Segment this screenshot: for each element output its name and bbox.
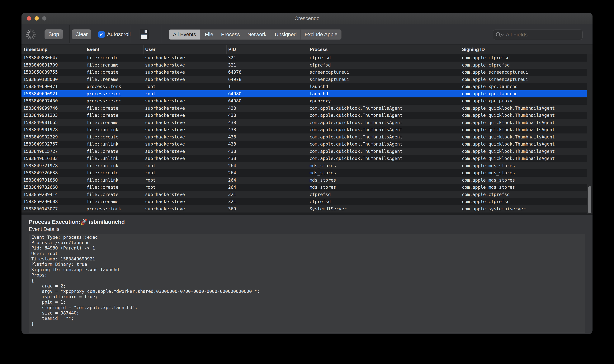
toolbar-separator xyxy=(161,25,161,43)
cell-pid: 64980 xyxy=(227,97,308,105)
cell-pid: 369 xyxy=(227,205,308,213)
cell-signing-id: com.apple.cfprefsd xyxy=(460,54,592,62)
cell-pid: 64978 xyxy=(227,69,308,76)
autoscroll-checkbox[interactable]: ✓ xyxy=(98,31,105,38)
cell-pid: 321 xyxy=(227,198,308,205)
cell-process: cfprefsd xyxy=(308,191,460,198)
segment-unsigned[interactable]: Unsigned xyxy=(271,29,301,39)
autoscroll-label[interactable]: Autoscroll xyxy=(107,29,131,39)
toolbar-separator xyxy=(69,25,70,43)
cell-user: suprhackersteve xyxy=(143,54,227,62)
table-row[interactable]: 1583849901203file::createsuprhackersteve… xyxy=(22,112,592,119)
table-row[interactable]: 1583849697450process::execsuprhackerstev… xyxy=(22,97,592,105)
column-header-event[interactable]: Event xyxy=(85,45,143,54)
table-row[interactable]: 1583849615727file::createsuprhackersteve… xyxy=(22,148,592,155)
segment-process[interactable]: Process xyxy=(218,29,243,39)
table-row[interactable]: 1583850143077process::forksuprhackerstev… xyxy=(22,205,592,213)
app-window: Crescendo Stop Clear ✓ Autoscroll All Ev… xyxy=(22,13,592,334)
table-row[interactable]: 1583849899746file::createsuprhackersteve… xyxy=(22,105,592,112)
cell-signing-id: com.apple.screencaptureui xyxy=(460,69,592,76)
table-row[interactable]: 1583850108080file::renamesuprhackersteve… xyxy=(22,76,592,83)
cell-signing-id: com.apple.quicklook.ThumbnailsAgent xyxy=(460,141,592,148)
table-row[interactable]: 1583849690921process::execroot64980launc… xyxy=(22,90,592,98)
cell-pid: 438 xyxy=(227,148,308,155)
cell-signing-id: com.apple.xpc.launchd xyxy=(460,83,592,90)
table-row[interactable]: 1583849731860file::unlinkroot264mds_stor… xyxy=(22,177,592,184)
table-header: TimestampEventUserPIDProcessSigning ID xyxy=(22,45,592,54)
cell-timestamp: 1583849731860 xyxy=(22,177,85,184)
column-header-user[interactable]: User xyxy=(143,45,227,54)
cell-signing-id: com.apple.quicklook.ThumbnailsAgent xyxy=(460,148,592,155)
table-row[interactable]: 1583849902329file::createsuprhackersteve… xyxy=(22,133,592,141)
table-row[interactable]: 1583849721978file::unlinkroot264mds_stor… xyxy=(22,162,592,169)
cell-user: suprhackersteve xyxy=(143,119,227,126)
cell-signing-id: com.apple.mds_stores xyxy=(460,184,592,191)
save-button[interactable] xyxy=(140,29,148,39)
cell-signing-id: com.apple.mds_stores xyxy=(460,177,592,184)
cell-process: mds_stores xyxy=(308,184,460,191)
search-field[interactable] xyxy=(493,29,583,40)
cell-event: file::rename xyxy=(85,76,143,83)
cell-user: suprhackersteve xyxy=(143,126,227,133)
table-row[interactable]: 1583849830647file::createsuprhackersteve… xyxy=(22,54,592,62)
table-row[interactable]: 1583849732660file::createroot264mds_stor… xyxy=(22,184,592,191)
cell-pid: 321 xyxy=(227,62,308,69)
table-row[interactable]: 1583849726638file::createroot264mds_stor… xyxy=(22,169,592,177)
floppy-shutter xyxy=(145,30,147,33)
stop-button[interactable]: Stop xyxy=(44,29,63,39)
scrollbar-thumb[interactable] xyxy=(588,186,591,213)
column-header-signing-id[interactable]: Signing ID xyxy=(460,45,592,54)
table-row[interactable]: 1583850089755file::createsuprhackersteve… xyxy=(22,69,592,76)
column-header-process[interactable]: Process xyxy=(308,45,460,54)
table-row[interactable]: 1583850290608file::renamesuprhackersteve… xyxy=(22,198,592,205)
segment-all-events[interactable]: All Events xyxy=(169,29,200,39)
detail-title-path: /sbin/launchd xyxy=(89,219,125,225)
table-row[interactable]: 1583849902767file::unlinksuprhackersteve… xyxy=(22,141,592,148)
spinner-spoke xyxy=(30,29,31,32)
cell-user: suprhackersteve xyxy=(143,69,227,76)
spinner-spoke xyxy=(33,34,36,35)
column-header-timestamp[interactable]: Timestamp xyxy=(22,45,85,54)
cell-timestamp: 1583849902767 xyxy=(22,141,85,148)
table-row[interactable]: 1583849690471process::forkroot1launchdco… xyxy=(22,83,592,90)
cell-event: file::create xyxy=(85,54,143,62)
cell-event: file::create xyxy=(85,191,143,198)
event-details-label: Event Details: xyxy=(29,226,61,232)
vertical-scrollbar[interactable] xyxy=(587,54,592,214)
cell-timestamp: 1583850089755 xyxy=(22,69,85,76)
cell-signing-id: com.apple.quicklook.ThumbnailsAgent xyxy=(460,112,592,119)
cell-process: com.apple.quicklook.ThumbnailsAgent xyxy=(308,155,460,162)
cell-user: suprhackersteve xyxy=(143,62,227,69)
cell-process: mds_stores xyxy=(308,162,460,169)
clear-button[interactable]: Clear xyxy=(72,29,91,39)
floppy-label xyxy=(141,35,147,39)
cell-user: root xyxy=(143,169,227,177)
cell-user: suprhackersteve xyxy=(143,155,227,162)
table-row[interactable]: 1583849616183file::unlinksuprhackersteve… xyxy=(22,155,592,162)
cell-user: suprhackersteve xyxy=(143,105,227,112)
table-row[interactable]: 1583849831709file::renamesuprhackersteve… xyxy=(22,62,592,69)
column-header-pid[interactable]: PID xyxy=(227,45,308,54)
cell-timestamp: 1583850290608 xyxy=(22,198,85,205)
table-row[interactable]: 1583850289414file::createsuprhackersteve… xyxy=(22,191,592,198)
cell-user: suprhackersteve xyxy=(143,141,227,148)
window-title: Crescendo xyxy=(22,13,592,24)
segment-exclude-apple[interactable]: Exclude Apple xyxy=(301,29,341,39)
table-row[interactable]: 1583849901665file::renamesuprhackersteve… xyxy=(22,119,592,126)
cell-pid: 438 xyxy=(227,155,308,162)
cell-user: root xyxy=(143,184,227,191)
cell-event: file::rename xyxy=(85,198,143,205)
cell-user: root xyxy=(143,90,227,98)
segment-network[interactable]: Network xyxy=(243,29,271,39)
cell-pid: 264 xyxy=(227,184,308,191)
cell-timestamp: 1583849615727 xyxy=(22,148,85,155)
cell-user: suprhackersteve xyxy=(143,205,227,213)
cell-process: com.apple.quicklook.ThumbnailsAgent xyxy=(308,141,460,148)
cell-event: file::create xyxy=(85,112,143,119)
segment-file[interactable]: File xyxy=(200,29,218,39)
detail-title: Process Execution:🚀 /sbin/launchd xyxy=(29,219,125,225)
cell-pid: 64978 xyxy=(227,76,308,83)
table-row[interactable]: 1583849901928file::unlinksuprhackersteve… xyxy=(22,126,592,133)
search-input[interactable] xyxy=(505,30,580,40)
event-details-box[interactable]: Event Type: process::exec Process: /sbin… xyxy=(29,234,585,333)
